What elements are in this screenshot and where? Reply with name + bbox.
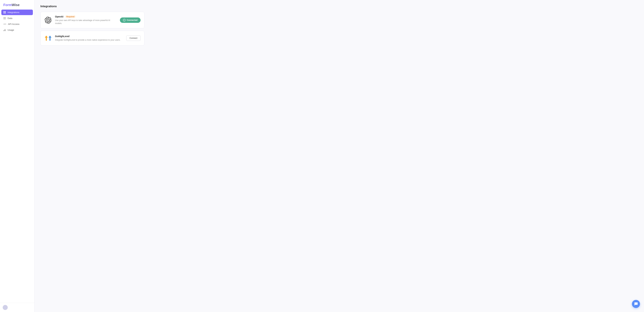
app-logo: FormWise bbox=[0, 0, 34, 10]
sidebar-item-usage-label: Usage bbox=[8, 29, 14, 31]
openai-icon bbox=[44, 16, 52, 24]
gohighlevel-icon bbox=[44, 34, 52, 42]
svg-rect-2 bbox=[4, 13, 4, 14]
svg-rect-8 bbox=[4, 30, 5, 31]
sidebar-item-data-label: Data bbox=[8, 17, 12, 20]
logo-form: Form bbox=[3, 3, 12, 7]
svg-rect-1 bbox=[5, 11, 6, 12]
svg-rect-4 bbox=[3, 17, 6, 18]
sidebar-item-integrations-label: Integrations bbox=[8, 11, 20, 14]
openai-title: OpenAI bbox=[55, 15, 64, 18]
svg-rect-9 bbox=[5, 29, 5, 31]
api-icon: </> bbox=[3, 23, 6, 25]
svg-rect-3 bbox=[5, 13, 6, 14]
connect-button[interactable]: Connect bbox=[126, 35, 140, 41]
sidebar-item-usage[interactable]: Usage bbox=[1, 27, 33, 33]
gohighlevel-action[interactable]: Connect bbox=[126, 35, 140, 41]
svg-rect-10 bbox=[6, 30, 6, 31]
sidebar: FormWise Integrations bbox=[0, 0, 34, 312]
usage-icon bbox=[3, 29, 6, 31]
gohighlevel-description: Integrate GoHighLevel to provide a more … bbox=[55, 39, 123, 42]
openai-card-body: OpenAI Required Use your own API keys to… bbox=[55, 15, 117, 25]
openai-badge: Required bbox=[65, 15, 76, 18]
check-icon: ✓ bbox=[123, 19, 126, 22]
main-content: Integrations OpenAI Required Use your ow… bbox=[34, 0, 644, 312]
sidebar-item-api-label: API Access bbox=[8, 23, 19, 25]
sidebar-item-data[interactable]: Data bbox=[1, 16, 33, 21]
logo-wise: Wise bbox=[12, 3, 20, 7]
ghl-arrows-icon bbox=[45, 36, 52, 41]
sidebar-bottom bbox=[0, 303, 34, 312]
connected-button[interactable]: ✓ Connected bbox=[120, 18, 140, 23]
svg-rect-0 bbox=[4, 11, 4, 12]
openai-card: OpenAI Required Use your own API keys to… bbox=[40, 12, 144, 28]
sidebar-nav: Integrations Data </> API Access bbox=[0, 10, 34, 33]
connected-label: Connected bbox=[126, 19, 138, 21]
sidebar-item-api-access[interactable]: </> API Access bbox=[1, 21, 33, 27]
gohighlevel-card-header: GoHighLevel bbox=[55, 35, 123, 38]
chat-bubble[interactable] bbox=[632, 300, 640, 308]
gohighlevel-card-body: GoHighLevel Integrate GoHighLevel to pro… bbox=[55, 35, 123, 42]
user-avatar bbox=[3, 305, 8, 310]
gohighlevel-title: GoHighLevel bbox=[55, 35, 70, 38]
openai-card-header: OpenAI Required bbox=[55, 15, 117, 18]
openai-action[interactable]: ✓ Connected bbox=[120, 18, 140, 23]
svg-rect-6 bbox=[3, 19, 6, 19]
page-title: Integrations bbox=[40, 5, 638, 8]
gohighlevel-card: GoHighLevel Integrate GoHighLevel to pro… bbox=[40, 31, 144, 46]
svg-rect-5 bbox=[3, 18, 6, 19]
data-icon bbox=[3, 17, 6, 19]
integrations-icon bbox=[3, 11, 6, 14]
sidebar-item-integrations[interactable]: Integrations bbox=[1, 10, 33, 15]
openai-description: Use your own API keys to take advantage … bbox=[55, 19, 117, 25]
svg-rect-7 bbox=[3, 30, 4, 31]
